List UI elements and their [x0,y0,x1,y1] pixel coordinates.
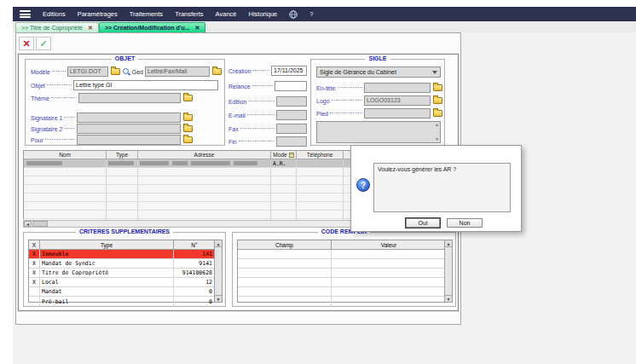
menu-historique[interactable]: Historique [249,10,278,18]
entete-field[interactable] [364,83,431,93]
modele-field[interactable]: LETGI.DOT [67,66,108,77]
criteres-table: X Type N° X Immeuble 141 X Mandat de Syn… [28,240,223,303]
folder-icon[interactable] [183,114,193,121]
fin-label: Fin [228,139,237,145]
criteres-row-mandat-syndic[interactable]: X Mandat de Syndic 9141 [29,259,222,269]
fax-field[interactable] [276,124,307,134]
vertical-scrollbar[interactable]: ▲ ▼ [444,240,452,302]
scroll-left-icon[interactable]: ◄ [24,221,32,227]
code-empty-row[interactable] [238,269,452,278]
folder-icon[interactable] [183,125,193,132]
tab-creation-modification[interactable]: >> Création/Modification d'u... ✕ [99,22,206,32]
scrollbar-thumb[interactable] [32,221,48,227]
criteres-row-pre-bail[interactable]: Pré-bail 0 [29,297,222,306]
code-empty-row[interactable] [238,278,452,287]
menu-avance[interactable]: Avancé [216,10,237,18]
folder-icon[interactable] [111,68,120,75]
criteres-row-immeuble[interactable]: X Immeuble 141 [29,250,222,259]
criteres-row-mandat[interactable]: Mandat 0 [29,287,222,297]
folder-icon[interactable] [183,136,193,143]
edition-field[interactable] [276,96,307,107]
folder-icon[interactable] [433,110,442,117]
scroll-down-icon[interactable]: ▼ [215,295,222,302]
search-icon[interactable] [122,67,130,76]
sigle-dropdown-value: Sigle de Gérance du Cabinet [320,69,396,75]
contacts-header-nom[interactable]: Nom [24,151,107,159]
mode-value: A.R. [271,159,297,167]
close-icon[interactable]: ✕ [195,25,200,32]
code-empty-row[interactable] [238,287,452,297]
fax-label: Fax [228,126,239,132]
relance-label: Relance [228,84,251,90]
folder-icon[interactable] [433,84,442,91]
contacts-header-adresse[interactable]: Adresse [138,151,271,159]
sigle-memo-field[interactable]: ▲ ▼ [316,121,441,143]
relance-field[interactable] [275,81,307,91]
fin-field[interactable] [276,136,307,147]
criteres-row-titre-copropriete[interactable]: X Titre de Copropriété 914100628 [29,269,222,278]
contacts-header-mode[interactable]: Mode [271,151,297,159]
code-empty-row[interactable] [238,259,452,269]
logo-field[interactable]: LOGO03123 [364,95,431,106]
scroll-up-icon[interactable]: ▲ [445,240,452,247]
close-icon[interactable]: ✕ [88,25,93,32]
telephone-value [297,159,344,167]
criteres-row-local[interactable]: X Local 12 [29,278,222,287]
question-icon: ? [356,178,370,192]
scroll-up-icon[interactable]: ▲ [435,123,439,127]
code-header-row: Champ Valeur [238,240,452,250]
code-header-valeur: Valeur [332,240,446,249]
email-label: E-mail [228,113,246,118]
scroll-up-icon[interactable]: ▲ [215,240,222,247]
logo-label: Logo [316,98,330,104]
ged-field[interactable]: Lettre/Fax/Mail [145,66,210,77]
dialog-message: Voulez-vous générer les AR ? [373,163,511,212]
code-empty-row[interactable] [238,250,452,259]
cancel-button[interactable]: ✕ [19,37,34,50]
application-window: Editions Paramétrages Traitements Transf… [0,0,636,364]
folder-icon[interactable] [433,97,442,104]
contacts-header-telephone[interactable]: Téléphone [297,151,344,159]
leader [64,117,75,118]
objet-field[interactable]: Lettre type GI [73,80,218,90]
leader [338,87,362,88]
validate-button[interactable]: ✓ [36,37,51,50]
theme-label: Thème [31,95,49,101]
signataire2-field[interactable] [77,124,181,134]
pour-field[interactable] [77,135,181,145]
leader [47,84,72,85]
menu-traitements[interactable]: Traitements [130,10,163,18]
tab-label: >> Création/Modification d'u... [105,25,190,31]
menu-editions[interactable]: Editions [43,10,66,18]
leader [64,128,75,129]
contacts-header-type[interactable]: Type [107,151,138,159]
vertical-scrollbar[interactable]: ▲ ▼ [214,240,222,302]
entete-label: En-tête [316,85,336,91]
email-field[interactable] [276,110,307,120]
tab-strip: >> Titre de Copropriété ✕ >> Création/Mo… [13,21,636,32]
creation-field[interactable]: 17/11/2025 [271,66,307,76]
mode-filter-icon [289,153,294,158]
theme-field[interactable] [78,93,181,103]
non-button[interactable]: Non [447,218,483,228]
objet-groupbox: OBJET Modèle LETGI.DOT Ged Lettre/Fax/Ma… [25,59,225,146]
tab-titre-de-copropriete[interactable]: >> Titre de Copropriété ✕ [15,22,99,32]
globe-icon[interactable] [289,10,298,19]
scroll-down-icon[interactable]: ▼ [435,137,439,142]
leader [52,71,66,72]
scroll-down-icon[interactable]: ▼ [445,295,452,302]
menu-help[interactable]: ? [309,10,313,18]
sigle-groupbox: SIGLE Sigle de Gérance du Cabinet En-têt… [310,59,445,146]
sigle-title: SIGLE [311,55,444,62]
hamburger-menu-icon[interactable] [20,10,31,18]
folder-icon[interactable] [183,95,193,101]
oui-button[interactable]: Oui [406,218,440,228]
code-empty-row[interactable] [238,297,452,306]
sigle-dropdown[interactable]: Sigle de Gérance du Cabinet [316,66,441,78]
folder-icon[interactable] [212,68,222,75]
menu-transferts[interactable]: Transferts [175,10,203,18]
signataire1-field[interactable] [77,113,181,123]
menu-parametrages[interactable]: Paramétrages [78,10,118,18]
pied-field[interactable] [364,108,431,118]
leader [330,113,362,113]
